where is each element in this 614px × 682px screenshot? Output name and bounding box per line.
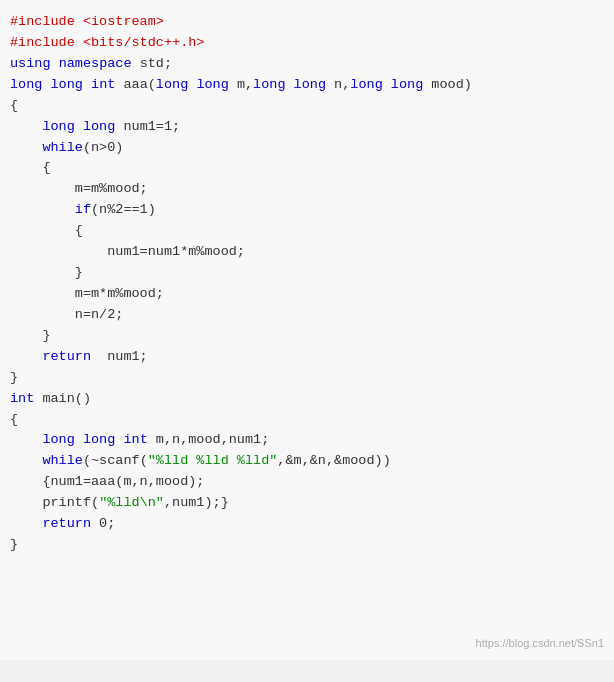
code-line: if(n%2==1) [10, 200, 604, 221]
code-lines: #include <iostream>#include <bits/stdc++… [10, 12, 604, 556]
code-line: } [10, 535, 604, 556]
code-line: long long int aaa(long long m,long long … [10, 75, 604, 96]
code-line: { [10, 221, 604, 242]
code-line: long long int m,n,mood,num1; [10, 430, 604, 451]
code-line: printf("%lld\n",num1);} [10, 493, 604, 514]
code-line: long long num1=1; [10, 117, 604, 138]
code-line: using namespace std; [10, 54, 604, 75]
code-line: #include <bits/stdc++.h> [10, 33, 604, 54]
code-line: return 0; [10, 514, 604, 535]
code-line: num1=num1*m%mood; [10, 242, 604, 263]
code-container: #include <iostream>#include <bits/stdc++… [0, 0, 614, 660]
code-line: while(~scanf("%lld %lld %lld",&m,&n,&moo… [10, 451, 604, 472]
code-line: { [10, 96, 604, 117]
code-line: while(n>0) [10, 138, 604, 159]
code-line: } [10, 326, 604, 347]
code-line: m=m%mood; [10, 179, 604, 200]
code-line: { [10, 410, 604, 431]
code-line: } [10, 263, 604, 284]
code-line: #include <iostream> [10, 12, 604, 33]
code-line: m=m*m%mood; [10, 284, 604, 305]
code-line: {num1=aaa(m,n,mood); [10, 472, 604, 493]
code-line: int main() [10, 389, 604, 410]
code-line: { [10, 158, 604, 179]
watermark: https://blog.csdn.net/SSn1 [476, 635, 604, 652]
code-line: return num1; [10, 347, 604, 368]
code-line: } [10, 368, 604, 389]
code-line: n=n/2; [10, 305, 604, 326]
